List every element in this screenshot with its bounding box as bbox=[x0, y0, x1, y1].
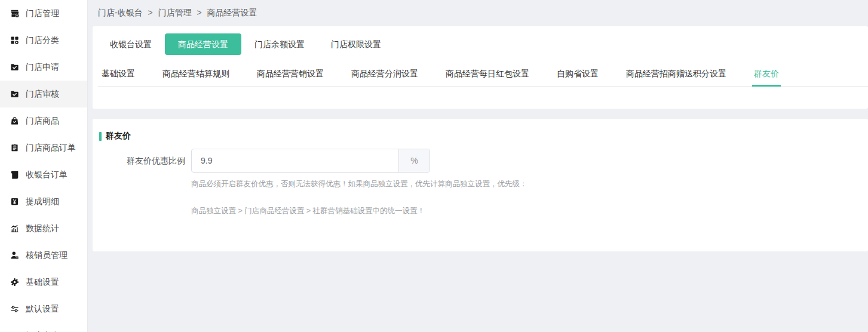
bag-check-icon bbox=[10, 116, 19, 125]
sidebar-item-label: 门店管理 bbox=[26, 8, 59, 19]
breadcrumb-separator: > bbox=[148, 8, 153, 17]
section-title: 群友价 bbox=[106, 131, 131, 142]
breadcrumb-item-module[interactable]: 门店-收银台 bbox=[98, 8, 143, 17]
sidebar-item-store-application[interactable]: 门店申请 bbox=[0, 54, 87, 81]
sidebar-item-cashier-orders[interactable]: 收银台订单 bbox=[0, 161, 87, 188]
folder-check-icon bbox=[10, 63, 19, 72]
breadcrumb-separator: > bbox=[197, 8, 202, 17]
discount-ratio-input[interactable] bbox=[192, 149, 398, 172]
subtab-settlement-rules[interactable]: 商品经营结算规则 bbox=[161, 69, 231, 86]
help-text-line2: 商品独立设置 > 门店商品经营设置 > 社群营销基础设置中的统一设置！ bbox=[191, 207, 868, 216]
sidebar-item-label: 收银台订单 bbox=[26, 170, 68, 180]
sidebar-item-data-statistics[interactable]: 数据统计 bbox=[0, 215, 87, 242]
discount-ratio-label: 群友价优惠比例 bbox=[99, 149, 185, 173]
secondary-tabs: 基础设置 商品经营结算规则 商品经营营销设置 商品经营分润设置 商品经营每日红包… bbox=[98, 69, 868, 87]
subtab-label: 基础设置 bbox=[102, 69, 135, 78]
discount-ratio-row: 群友价优惠比例 % bbox=[99, 149, 868, 173]
sidebar-item-label: 门店商品 bbox=[26, 116, 59, 127]
tab-label: 收银台设置 bbox=[110, 39, 152, 49]
group-friend-price-panel: 群友价 群友价优惠比例 % 商品必须开启群友价优惠，否则无法获得优惠！如果商品独… bbox=[93, 119, 868, 251]
sidebar-item-verifier-management[interactable]: 核销员管理 bbox=[0, 242, 87, 269]
subtab-group-friend-price[interactable]: 群友价 bbox=[752, 69, 781, 86]
help-text-line1: 商品必须开启群友价优惠，否则无法获得优惠！如果商品独立设置，优先计算商品独立设置… bbox=[191, 180, 868, 189]
sidebar-item-store-ads[interactable]: AD 门店广告 bbox=[0, 322, 87, 332]
gear-icon bbox=[10, 278, 19, 287]
tab-store-balance-settings[interactable]: 门店余额设置 bbox=[241, 33, 318, 55]
sidebar-item-store-goods[interactable]: 门店商品 bbox=[0, 107, 87, 134]
storefront-icon bbox=[10, 9, 19, 18]
sidebar-item-commission-details[interactable]: 提成明细 bbox=[0, 188, 87, 215]
sidebar-item-store-management[interactable]: 门店管理 bbox=[0, 0, 87, 27]
sidebar-item-label: 数据统计 bbox=[26, 223, 59, 234]
subtab-self-purchase-settings[interactable]: 自购省设置 bbox=[555, 69, 600, 86]
tab-cashier-settings[interactable]: 收银台设置 bbox=[97, 33, 165, 55]
section-header: 群友价 bbox=[99, 131, 868, 142]
subtab-label: 自购省设置 bbox=[557, 69, 599, 78]
sidebar-item-label: 门店审核 bbox=[26, 89, 59, 100]
subtab-profit-sharing-settings[interactable]: 商品经营分润设置 bbox=[349, 69, 420, 86]
main-content: 门店-收银台 > 门店管理 > 商品经营设置 收银台设置 商品经营设置 门店余额… bbox=[88, 0, 868, 332]
sidebar-item-label: 提成明细 bbox=[26, 196, 59, 207]
user-gear-icon bbox=[10, 251, 19, 260]
sidebar-item-basic-settings[interactable]: 基础设置 bbox=[0, 269, 87, 296]
clipboard-icon bbox=[10, 143, 19, 152]
sidebar-item-label: 门店分类 bbox=[26, 35, 59, 46]
sidebar-item-label: 基础设置 bbox=[26, 277, 59, 288]
sidebar-item-label: 门店商品订单 bbox=[26, 143, 76, 153]
sidebar-item-label: 默认设置 bbox=[26, 304, 59, 315]
sidebar-item-default-settings[interactable]: 默认设置 bbox=[0, 296, 87, 322]
breadcrumb: 门店-收银台 > 门店管理 > 商品经营设置 bbox=[88, 0, 868, 26]
sidebar-item-store-review[interactable]: 门店审核 bbox=[0, 81, 87, 107]
subtab-marketing-settings[interactable]: 商品经营营销设置 bbox=[255, 69, 326, 86]
sidebar: 门店管理 门店分类 门店申请 门店审核 门店商品 门店商品订单 收银台订单 bbox=[0, 0, 88, 332]
subtab-label: 商品经营结算规则 bbox=[162, 69, 229, 78]
chart-icon bbox=[10, 224, 19, 233]
breadcrumb-item-section[interactable]: 门店管理 bbox=[158, 8, 192, 17]
sidebar-item-store-category[interactable]: 门店分类 bbox=[0, 27, 87, 54]
percent-suffix: % bbox=[398, 149, 430, 172]
tab-store-permission-settings[interactable]: 门店权限设置 bbox=[318, 33, 394, 55]
breadcrumb-item-page[interactable]: 商品经营设置 bbox=[207, 8, 257, 17]
yuan-icon bbox=[10, 197, 19, 206]
grid-icon bbox=[10, 36, 19, 45]
primary-tabs: 收银台设置 商品经营设置 门店余额设置 门店权限设置 bbox=[93, 33, 868, 55]
subtab-label: 商品经营营销设置 bbox=[257, 69, 324, 78]
tab-label: 商品经营设置 bbox=[178, 39, 228, 49]
tab-label: 门店余额设置 bbox=[254, 39, 305, 49]
sidebar-item-label: 门店申请 bbox=[26, 62, 59, 73]
tab-label: 门店权限设置 bbox=[331, 39, 381, 49]
folder-check-icon bbox=[10, 90, 19, 99]
subtab-label: 商品经营招商赠送积分设置 bbox=[626, 69, 726, 78]
tab-goods-operation-settings[interactable]: 商品经营设置 bbox=[165, 33, 241, 55]
subtab-merchant-points-settings[interactable]: 商品经营招商赠送积分设置 bbox=[624, 69, 728, 86]
sidebar-item-store-goods-orders[interactable]: 门店商品订单 bbox=[0, 134, 87, 161]
subtab-label: 群友价 bbox=[754, 69, 779, 78]
settings-tabs-card: 收银台设置 商品经营设置 门店余额设置 门店权限设置 基础设置 bbox=[93, 26, 868, 109]
discount-ratio-input-group: % bbox=[191, 149, 430, 173]
subtab-label: 商品经营分润设置 bbox=[351, 69, 418, 78]
sidebar-item-label: 核销员管理 bbox=[26, 250, 68, 261]
subtab-daily-redpacket-settings[interactable]: 商品经营每日红包设置 bbox=[444, 69, 531, 86]
sliders-icon bbox=[10, 305, 19, 313]
section-accent-bar bbox=[99, 132, 102, 141]
subtab-label: 商品经营每日红包设置 bbox=[446, 69, 529, 78]
receipt-icon bbox=[10, 170, 19, 179]
subtab-basic-settings[interactable]: 基础设置 bbox=[100, 69, 137, 86]
